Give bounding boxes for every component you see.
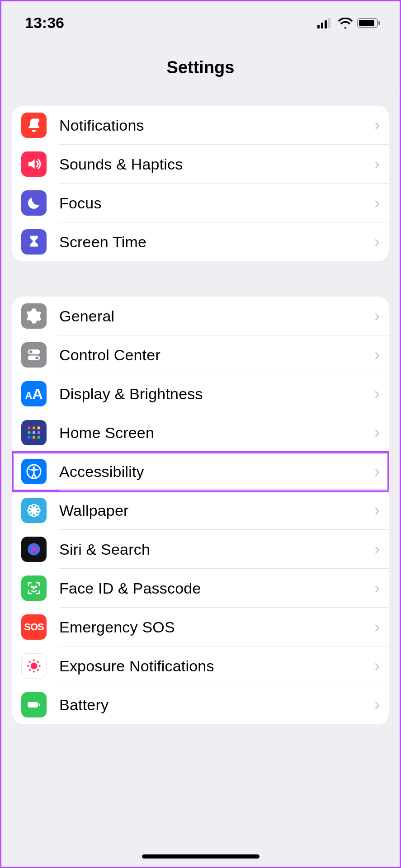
svg-point-22 [33,467,35,469]
svg-rect-5 [359,20,374,26]
home-indicator[interactable] [142,854,259,859]
chevron-right-icon: › [374,423,380,442]
svg-rect-45 [39,703,40,706]
cellular-icon [317,18,334,28]
svg-rect-14 [38,427,40,429]
svg-point-43 [37,669,39,671]
svg-point-38 [27,665,29,667]
svg-rect-13 [33,427,35,429]
row-wallpaper[interactable]: Wallpaper › [12,491,389,530]
battery-fill-icon [21,692,47,717]
chevron-right-icon: › [374,656,380,675]
chevron-right-icon: › [374,116,380,135]
row-label: Battery [59,696,370,714]
moon-icon [21,190,47,216]
svg-point-40 [29,661,31,663]
row-label: Sounds & Haptics [59,156,370,173]
row-emergency-sos[interactable]: SOS Emergency SOS › [12,608,389,646]
svg-point-11 [35,356,38,359]
chevron-right-icon: › [374,695,380,714]
gear-icon [21,303,47,329]
row-control-center[interactable]: Control Center › [12,335,389,374]
row-home-screen[interactable]: Home Screen › [12,413,389,452]
chevron-right-icon: › [374,345,380,364]
chevron-right-icon: › [374,155,380,174]
battery-icon [357,18,381,28]
chevron-right-icon: › [374,462,380,481]
svg-point-42 [29,669,31,671]
svg-point-7 [35,118,39,123]
faceid-icon [21,576,47,601]
page-title: Settings [1,36,400,91]
svg-point-37 [33,671,35,673]
toggles-icon [21,342,47,368]
svg-point-39 [39,665,41,667]
row-label: Siri & Search [59,541,370,558]
chevron-right-icon: › [374,618,380,637]
bell-icon [21,113,47,138]
row-focus[interactable]: Focus › [12,184,389,222]
svg-point-9 [29,350,33,354]
svg-point-41 [37,661,39,663]
svg-rect-17 [38,431,40,434]
row-label: Focus [59,194,370,212]
chevron-right-icon: › [374,193,380,212]
status-bar: 13:36 [1,1,400,36]
row-label: Display & Brightness [59,385,370,403]
exposure-icon [21,653,47,679]
row-screen-time[interactable]: Screen Time › [12,222,389,261]
chevron-right-icon: › [374,307,380,326]
text-size-icon: AA [21,381,47,406]
svg-rect-15 [28,431,31,434]
row-faceid-passcode[interactable]: Face ID & Passcode › [12,569,389,608]
row-sounds-haptics[interactable]: Sounds & Haptics › [12,145,389,184]
status-indicators [317,18,381,28]
row-label: Accessibility [59,463,370,481]
row-label: Emergency SOS [59,618,370,636]
wifi-icon [338,18,353,28]
row-label: Face ID & Passcode [59,580,370,597]
row-battery[interactable]: Battery › [12,685,389,724]
svg-point-32 [28,543,40,556]
row-display-brightness[interactable]: AA Display & Brightness › [12,374,389,413]
speaker-icon [21,151,47,177]
settings-group: General › Control Center › AA Display & … [12,297,389,724]
hourglass-icon [21,229,47,255]
svg-rect-3 [328,18,330,28]
chevron-right-icon: › [374,540,380,559]
row-siri-search[interactable]: Siri & Search › [12,530,389,569]
chevron-right-icon: › [374,501,380,520]
svg-rect-16 [33,431,35,434]
status-time: 13:36 [25,14,64,32]
svg-point-33 [31,586,32,587]
row-exposure-notifications[interactable]: Exposure Notifications › [12,646,389,685]
row-accessibility[interactable]: Accessibility › [12,452,389,491]
svg-point-36 [33,659,35,661]
svg-rect-12 [28,427,31,429]
chevron-right-icon: › [374,579,380,598]
row-label: Notifications [59,117,370,134]
svg-rect-6 [378,21,380,25]
chevron-right-icon: › [374,232,380,251]
row-label: Control Center [59,346,370,364]
home-grid-icon [21,420,47,445]
row-general[interactable]: General › [12,297,389,335]
svg-rect-44 [28,702,38,708]
svg-point-34 [35,586,36,587]
row-label: Exposure Notifications [59,657,370,675]
accessibility-icon [21,459,47,484]
svg-rect-0 [317,25,320,28]
svg-point-35 [31,663,38,670]
row-notifications[interactable]: Notifications › [12,106,389,145]
settings-list: Notifications › Sounds & Haptics › Focus… [1,106,400,742]
svg-rect-2 [325,20,327,28]
flower-icon [21,498,47,523]
svg-rect-18 [28,436,31,439]
sos-icon: SOS [21,614,47,640]
svg-rect-20 [38,436,40,439]
row-label: Wallpaper [59,502,370,519]
siri-icon [21,537,47,562]
row-label: Screen Time [59,233,370,251]
chevron-right-icon: › [374,384,380,403]
row-label: Home Screen [59,424,370,442]
